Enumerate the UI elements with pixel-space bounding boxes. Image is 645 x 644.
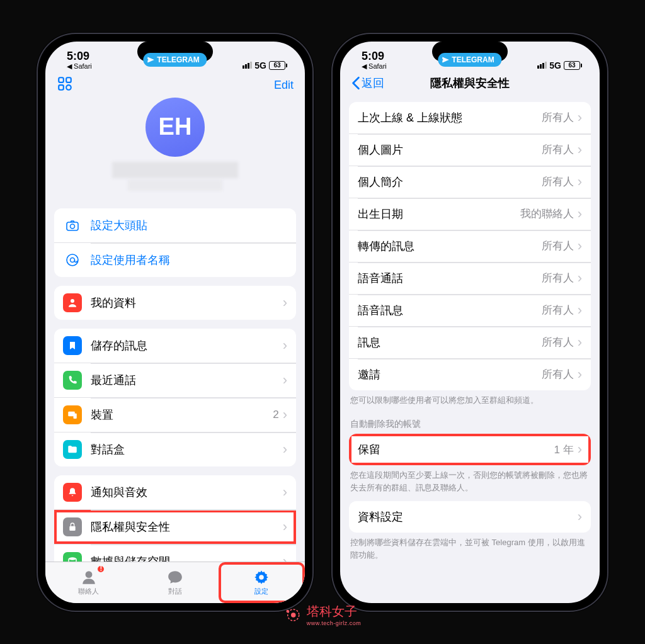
data-settings-footer: 控制將哪些資料儲存在雲端中，並可被 Telegram 使用，以啟用進階功能。 xyxy=(340,533,600,563)
tab-contacts[interactable]: ! 聯絡人 xyxy=(45,562,132,603)
nav-bar: 返回 隱私權與安全性 xyxy=(340,72,600,97)
chevron-right-icon: › xyxy=(578,143,582,157)
qr-button[interactable] xyxy=(57,76,73,95)
svg-point-7 xyxy=(71,257,75,262)
chevron-right-icon: › xyxy=(283,296,287,310)
set-photo-row[interactable]: 設定大頭貼 xyxy=(54,208,296,242)
watermark-icon xyxy=(284,606,303,624)
person-icon xyxy=(63,293,82,312)
settings-content: EH 設定大頭貼 設定使用者名稱 我的資料 › xyxy=(45,96,305,562)
chevron-right-icon: › xyxy=(283,520,287,534)
tab-chats[interactable]: 對話 xyxy=(132,562,218,603)
badge-icon: ! xyxy=(96,565,105,573)
watermark: 塔科女子 www.tech-girlz.com xyxy=(284,603,362,626)
svg-rect-10 xyxy=(74,413,77,418)
keep-row[interactable]: 保留1 年› xyxy=(349,434,591,465)
data-settings-group: 資料設定› xyxy=(349,501,591,533)
nav-bar: Edit xyxy=(45,72,305,96)
right-phone: TELEGRAM 5:09 ◀ Safari 5G 63 返回 隱私權與安全性 xyxy=(331,33,608,612)
devices-icon xyxy=(63,405,82,424)
forwarded-row[interactable]: 轉傳的訊息所有人› xyxy=(349,230,591,262)
messages-row[interactable]: 訊息所有人› xyxy=(349,326,591,358)
last-seen-row[interactable]: 上次上線 & 上線狀態所有人› xyxy=(349,102,591,133)
privacy-footer: 您可以限制哪些使用者可以將您加入至群組和頻道。 xyxy=(340,390,600,409)
svg-point-15 xyxy=(260,575,265,580)
chevron-right-icon: › xyxy=(578,303,582,317)
my-profile-row[interactable]: 我的資料 › xyxy=(54,286,296,320)
left-phone: TELEGRAM 5:09 ◀ Safari 5G 63 Edit EH xyxy=(37,33,314,612)
general-group: 儲存的訊息 › 最近通話 › 裝置 2 › 對話盒 › xyxy=(54,329,296,466)
back-to-app[interactable]: ◀ Safari xyxy=(67,63,92,71)
battery-icon: 63 xyxy=(564,61,582,70)
avatar[interactable]: EH xyxy=(146,98,205,157)
svg-point-3 xyxy=(66,85,71,90)
set-username-row[interactable]: 設定使用者名稱 xyxy=(54,242,296,277)
at-icon xyxy=(63,251,82,269)
svg-rect-1 xyxy=(66,77,71,82)
chevron-right-icon: › xyxy=(578,111,582,125)
svg-rect-2 xyxy=(59,85,64,90)
signal-icon xyxy=(243,62,252,69)
profile-photo-row[interactable]: 個人圖片所有人› xyxy=(349,133,591,166)
svg-point-8 xyxy=(71,299,74,303)
svg-point-17 xyxy=(291,613,296,618)
status-time: 5:09 xyxy=(67,50,92,62)
chevron-right-icon: › xyxy=(283,373,287,387)
status-time: 5:09 xyxy=(362,50,387,62)
tab-settings[interactable]: 設定 xyxy=(219,562,305,603)
chevron-right-icon: › xyxy=(578,207,582,221)
privacy-security-row[interactable]: 隱私權與安全性 › xyxy=(54,509,296,544)
auto-delete-header: 自動刪除我的帳號 xyxy=(340,409,600,434)
chevron-right-icon: › xyxy=(283,443,287,456)
data-storage-row[interactable]: 數據與儲存空間 › xyxy=(54,544,296,562)
notifications-row[interactable]: 通知與音效 › xyxy=(54,475,296,509)
dynamic-island-app-pill[interactable]: TELEGRAM xyxy=(438,53,501,67)
network-label: 5G xyxy=(549,60,561,71)
my-profile-group: 我的資料 › xyxy=(54,286,296,320)
svg-rect-4 xyxy=(67,222,78,230)
privacy-group: 上次上線 & 上線狀態所有人› 個人圖片所有人› 個人簡介所有人› 出生日期我的… xyxy=(349,102,591,390)
invites-row[interactable]: 邀請所有人› xyxy=(349,358,591,390)
chevron-right-icon: › xyxy=(283,408,287,422)
dynamic-island-app-pill[interactable]: TELEGRAM xyxy=(143,53,207,67)
camera-icon xyxy=(63,216,82,235)
svg-point-6 xyxy=(67,254,78,266)
svg-point-5 xyxy=(71,224,75,229)
svg-point-12 xyxy=(69,557,76,560)
folder-icon xyxy=(63,440,82,459)
auto-delete-footer: 您在這段期間內至少要上線一次，否則您的帳號將被刪除，您也將失去所有的群組、訊息及… xyxy=(340,465,600,496)
profile-links-group: 設定大頭貼 設定使用者名稱 xyxy=(54,208,296,277)
voice-messages-row[interactable]: 語音訊息所有人› xyxy=(349,294,591,326)
status-right: 5G 63 xyxy=(243,60,287,71)
network-label: 5G xyxy=(254,60,266,71)
svg-rect-11 xyxy=(69,526,75,530)
birthday-row[interactable]: 出生日期我的聯絡人› xyxy=(349,198,591,230)
recent-calls-row[interactable]: 最近通話 › xyxy=(54,363,296,397)
left-screen: TELEGRAM 5:09 ◀ Safari 5G 63 Edit EH xyxy=(45,42,305,603)
chevron-right-icon: › xyxy=(283,485,287,499)
devices-row[interactable]: 裝置 2 › xyxy=(54,397,296,432)
right-screen: TELEGRAM 5:09 ◀ Safari 5G 63 返回 隱私權與安全性 xyxy=(340,42,600,603)
profile-phone-blurred xyxy=(128,179,222,191)
status-right: 5G 63 xyxy=(537,60,582,71)
battery-icon: 63 xyxy=(269,61,287,70)
edit-button[interactable]: Edit xyxy=(274,79,294,92)
chevron-right-icon: › xyxy=(578,443,582,456)
bookmark-icon xyxy=(63,336,82,355)
chat-folders-row[interactable]: 對話盒 › xyxy=(54,432,296,466)
profile-header: EH xyxy=(54,96,296,200)
calls-row[interactable]: 語音通話所有人› xyxy=(349,262,591,294)
data-settings-row[interactable]: 資料設定› xyxy=(349,501,591,533)
chevron-right-icon: › xyxy=(578,336,582,349)
bio-row[interactable]: 個人簡介所有人› xyxy=(349,166,591,198)
back-to-app[interactable]: ◀ Safari xyxy=(362,63,387,71)
back-button[interactable]: 返回 xyxy=(351,76,384,91)
svg-rect-0 xyxy=(59,77,64,82)
chevron-right-icon: › xyxy=(578,271,582,285)
bell-icon xyxy=(63,483,82,502)
chevron-right-icon: › xyxy=(578,510,582,524)
privacy-content: 上次上線 & 上線狀態所有人› 個人圖片所有人› 個人簡介所有人› 出生日期我的… xyxy=(340,97,600,603)
saved-messages-row[interactable]: 儲存的訊息 › xyxy=(54,329,296,363)
storage-icon xyxy=(63,552,82,562)
svg-point-13 xyxy=(85,571,92,578)
